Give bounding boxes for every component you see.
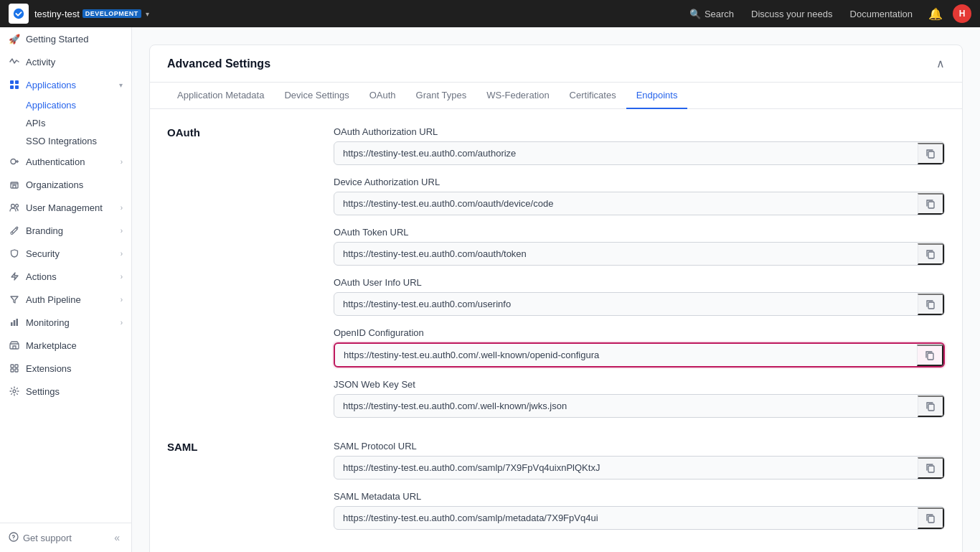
sidebar-label-auth-pipeline: Auth Pipeline [26, 294, 115, 305]
tab-endpoints[interactable]: Endpoints [626, 83, 688, 109]
get-support-link[interactable]: Get support [9, 532, 72, 544]
oauth-userinfo-url-input[interactable] [334, 293, 918, 315]
logo[interactable] [9, 4, 29, 24]
panel-title: Advanced Settings [167, 57, 270, 70]
saml-protocol-url-copy-button[interactable] [918, 457, 944, 479]
grid-icon [9, 79, 20, 90]
tenant-selector[interactable]: testiny-test DEVELOPMENT ▾ [34, 9, 149, 19]
sidebar-item-extensions[interactable]: Extensions [0, 357, 131, 380]
svg-rect-25 [928, 404, 934, 411]
device-auth-url-input[interactable] [334, 192, 918, 215]
svg-rect-2 [15, 80, 19, 84]
panel-collapse-button[interactable]: ∧ [936, 57, 945, 70]
oauth-token-url-copy-button[interactable] [918, 243, 944, 265]
sidebar-item-authentication[interactable]: Authentication › [0, 150, 131, 173]
topnav: testiny-test DEVELOPMENT ▾ 🔍 Search Disc… [0, 0, 980, 27]
discuss-link[interactable]: Discuss your needs [745, 6, 838, 22]
saml-protocol-url-input[interactable] [334, 457, 918, 479]
tab-certificates[interactable]: Certificates [560, 83, 626, 109]
oauth-userinfo-url-copy-button[interactable] [918, 294, 944, 315]
sidebar: 🚀 Getting Started Activity Applications … [0, 27, 132, 552]
get-support-label: Get support [23, 533, 72, 543]
sidebar-item-settings[interactable]: Settings [0, 380, 131, 403]
oauth-fields: OAuth Authorization URL Device Authoriza… [334, 126, 945, 418]
activity-icon [9, 56, 20, 67]
svg-rect-1 [10, 80, 14, 84]
svg-point-17 [13, 390, 16, 393]
sidebar-sub-item-applications[interactable]: Applications [26, 96, 131, 114]
user-management-chevron-icon: › [121, 204, 123, 212]
sidebar-item-user-management[interactable]: User Management › [0, 196, 131, 219]
svg-point-8 [16, 205, 19, 207]
sidebar-label-getting-started: Getting Started [26, 34, 123, 45]
sidebar-label-monitoring: Monitoring [26, 317, 115, 328]
tab-oauth[interactable]: OAuth [359, 83, 406, 109]
saml-metadata-url-label: SAML Metadata URL [334, 491, 945, 502]
svg-point-0 [14, 9, 24, 19]
sidebar-item-marketplace[interactable]: Marketplace [0, 334, 131, 357]
sidebar-label-organizations: Organizations [26, 179, 123, 190]
sidebar-sub-item-sso[interactable]: SSO Integrations [26, 132, 131, 150]
sidebar-label-settings: Settings [26, 386, 123, 397]
saml-metadata-url-copy-button[interactable] [918, 507, 944, 529]
oauth-userinfo-url-label: OAuth User Info URL [334, 277, 945, 288]
oauth-auth-url-input[interactable] [334, 142, 918, 164]
tenant-name: testiny-test [34, 9, 80, 19]
tab-ws-federation[interactable]: WS-Federation [476, 83, 559, 109]
sidebar-collapse-button[interactable]: « [111, 529, 123, 546]
tab-grant-types[interactable]: Grant Types [406, 83, 477, 109]
saml-protocol-url-input-wrap [334, 456, 945, 480]
sidebar-footer: Get support « [0, 523, 131, 552]
oauth-section-label: OAuth [167, 126, 311, 418]
saml-section: SAML SAML Protocol URL [167, 441, 945, 530]
sidebar-item-applications[interactable]: Applications ▾ [0, 73, 131, 96]
avatar[interactable]: H [953, 4, 971, 23]
jwks-input[interactable] [334, 395, 918, 417]
actions-chevron-icon: › [121, 273, 123, 281]
svg-rect-3 [10, 85, 14, 89]
oauth-token-url-field: OAuth Token URL [334, 227, 945, 266]
tenant-badge: DEVELOPMENT [83, 9, 141, 18]
svg-rect-21 [928, 202, 934, 208]
tab-device-settings[interactable]: Device Settings [274, 83, 359, 109]
filter-icon [9, 294, 20, 305]
sidebar-item-activity[interactable]: Activity [0, 50, 131, 73]
auth-pipeline-chevron-icon: › [121, 296, 123, 304]
rocket-icon: 🚀 [9, 33, 20, 45]
paint-icon [9, 225, 20, 236]
oauth-auth-url-label: OAuth Authorization URL [334, 126, 945, 137]
tabs-bar: Application Metadata Device Settings OAu… [150, 83, 962, 109]
sidebar-label-branding: Branding [26, 225, 115, 236]
saml-metadata-url-input[interactable] [334, 507, 918, 529]
openid-config-input[interactable] [335, 344, 917, 366]
sidebar-item-organizations[interactable]: Organizations [0, 173, 131, 196]
device-auth-url-input-wrap [334, 192, 945, 215]
zap-icon [9, 271, 20, 282]
device-auth-url-copy-button[interactable] [918, 193, 944, 215]
jwks-copy-button[interactable] [918, 396, 944, 417]
gear-icon [9, 385, 20, 397]
svg-rect-10 [14, 320, 16, 326]
openid-config-copy-button[interactable] [917, 345, 943, 366]
svg-rect-23 [928, 302, 934, 309]
notifications-bell-icon[interactable]: 🔔 [924, 4, 947, 24]
search-button[interactable]: 🔍 Search [684, 6, 740, 22]
tab-application-metadata[interactable]: Application Metadata [167, 83, 274, 109]
sidebar-item-getting-started[interactable]: 🚀 Getting Started [0, 27, 131, 50]
sidebar-item-security[interactable]: Security › [0, 242, 131, 265]
openid-config-label: OpenID Configuration [334, 327, 945, 338]
sidebar-item-auth-pipeline[interactable]: Auth Pipeline › [0, 288, 131, 311]
sidebar-item-monitoring[interactable]: Monitoring › [0, 311, 131, 334]
sidebar-item-actions[interactable]: Actions › [0, 265, 131, 288]
oauth-token-url-label: OAuth Token URL [334, 227, 945, 238]
sidebar-sub-item-apis[interactable]: APIs [26, 114, 131, 132]
svg-rect-4 [15, 85, 19, 89]
oauth-token-url-input[interactable] [334, 243, 918, 265]
svg-rect-26 [928, 466, 934, 472]
saml-metadata-url-input-wrap [334, 506, 945, 530]
oauth-auth-url-copy-button[interactable] [918, 143, 944, 164]
svg-rect-9 [11, 322, 13, 326]
documentation-link[interactable]: Documentation [844, 6, 918, 22]
oauth-auth-url-input-wrap [334, 141, 945, 165]
sidebar-item-branding[interactable]: Branding › [0, 219, 131, 242]
